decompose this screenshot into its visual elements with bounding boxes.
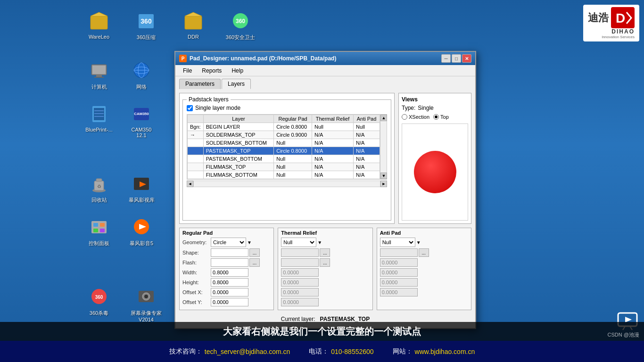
single-layer-mode-row: Single layer mode (187, 105, 387, 111)
desktop-icon-network[interactable]: 网络 (123, 57, 160, 93)
table-row[interactable]: SOLDERMASK_BOTTOM Null N/A N/A (188, 139, 387, 147)
desktop-icon-wareleo[interactable]: WareLeo (80, 7, 118, 43)
anti-geometry-select[interactable]: Null (380, 238, 415, 247)
views-panel: Views Type: Single XSection Top (398, 93, 471, 224)
flash-input[interactable] (211, 258, 248, 267)
desktop-icon-cam350[interactable]: CAM350 CAM35012.1 (123, 100, 160, 140)
table-row[interactable]: FILMMASK_BOTTOM Null N/A N/A (188, 171, 387, 179)
row-thermal: N/A (312, 131, 354, 139)
h-scrollbar[interactable]: ◄ ► (187, 181, 387, 187)
flash-label: Flash: (182, 260, 211, 265)
offset-y-label: Offset Y: (182, 299, 211, 305)
row-prefix: Bgn: (188, 123, 204, 131)
minimize-button[interactable]: ─ (441, 54, 451, 63)
scroll-down[interactable]: ▼ (380, 173, 387, 179)
flash-browse-btn[interactable]: ... (249, 258, 260, 267)
desktop-icon-blueprint[interactable]: BluePrint-... (80, 100, 118, 135)
bottom-bar: 技术咨询： tech_server@bjdihao.com.cn 电话： 010… (0, 341, 644, 362)
table-row[interactable]: Bgn: BEGIN LAYER Circle 0.8000 Null Null (188, 123, 387, 131)
width-label: Width: (182, 270, 211, 275)
blueprint-label: BluePrint-... (85, 127, 112, 132)
row-layer: FILMMASK_BOTTOM (203, 171, 274, 179)
shape-input[interactable] (211, 248, 248, 257)
hscroll-left[interactable]: ◄ (187, 181, 193, 187)
offset-x-label: Offset X: (182, 289, 211, 295)
padstack-legend: Padstack layers (187, 96, 231, 103)
geometry-select[interactable]: Circle Square Rectangle Oblong Null (211, 238, 246, 247)
svg-rect-11 (94, 108, 104, 120)
close-button[interactable]: ✕ (462, 54, 471, 63)
website-url: www.bjdihao.com.cn (415, 348, 475, 355)
row-anti: N/A (353, 131, 380, 139)
hscroll-right[interactable]: ► (380, 181, 387, 187)
svg-rect-23 (96, 179, 102, 181)
scroll-track (380, 121, 387, 173)
anti-browse-btn[interactable]: ... (419, 248, 429, 257)
radio-top[interactable]: Top (433, 114, 449, 120)
thermal-browse-btn[interactable]: ... (320, 248, 330, 257)
phone-number: 010-88552600 (331, 348, 373, 355)
row-layer: FILMMASK_TOP (203, 163, 274, 171)
menu-help[interactable]: Help (228, 66, 247, 75)
desktop-icon-computer[interactable]: 计算机 (80, 57, 118, 93)
row-regular-pad: Null (274, 163, 312, 171)
views-radio-row: XSection Top (402, 114, 468, 120)
desktop-icon-storm5[interactable]: 暴风影音5 (123, 213, 160, 249)
anti-pad-panel: Anti Pad Null ▼ ... (377, 228, 471, 310)
xsection-radio-btn[interactable] (402, 114, 407, 120)
table-scrollbar[interactable]: ▲ ▼ (380, 115, 387, 179)
desktop-icons-bottom: 360 360杀毒 屏幕录像专家V2014 (80, 283, 165, 325)
desktop: WareLeo 360 360压缩 DDR 360 360安全卫士 计算 (0, 0, 644, 362)
contact-website: 网站： www.bjdihao.com.cn (393, 347, 475, 356)
thermal-offsety-row (281, 298, 369, 306)
menu-file[interactable]: File (179, 66, 196, 75)
row-layer: SOLDERMASK_TOP (203, 131, 274, 139)
width-input[interactable] (211, 268, 248, 277)
offset-x-input[interactable] (211, 288, 248, 296)
desktop-icon-recycle[interactable]: ♻ 回收站 (80, 170, 118, 206)
storm5-label: 暴风影音5 (130, 240, 153, 247)
anti-width-input (380, 258, 418, 267)
shape-browse-btn[interactable]: ... (249, 248, 260, 257)
row-layer: PASTEMASK_BOTTOM (203, 155, 274, 163)
tab-parameters[interactable]: Parameters (179, 79, 221, 89)
contact-phone: 电话： 010-88552600 (309, 347, 373, 356)
maximize-button[interactable]: □ (452, 54, 461, 63)
thermal-geometry-select[interactable]: Null (281, 238, 316, 247)
table-row[interactable]: → SOLDERMASK_TOP Circle 0.9000 N/A N/A (188, 131, 387, 139)
desktop-icon-storm-player[interactable]: 暴风影视库 (123, 170, 160, 206)
table-row[interactable]: FILMMASK_TOP Null N/A N/A (188, 163, 387, 171)
content-area: Padstack layers Single layer mode (175, 89, 475, 328)
desktop-icon-control[interactable]: 控制面板 (80, 213, 118, 249)
svg-rect-0 (91, 16, 107, 29)
single-layer-checkbox[interactable] (187, 105, 193, 111)
layers-table: Layer Regular Pad Thermal Relief Anti Pa… (187, 115, 387, 179)
desktop-icon-360safe[interactable]: 360 360安全卫士 (222, 7, 259, 43)
thermal-flash-input (281, 258, 319, 267)
desktop-icon-360zip[interactable]: 360 360压缩 (127, 7, 165, 43)
logo-area: 迪浩 D DIHAO Innovation Services (583, 5, 639, 41)
row-regular-pad: Null (274, 139, 312, 147)
tab-layers[interactable]: Layers (222, 79, 251, 89)
title-bar[interactable]: P Pad_Designer: unnamed.pad (D:/Home/SPB… (175, 52, 475, 65)
desktop-icon-ddr[interactable]: DDR (174, 7, 212, 43)
svg-rect-8 (94, 77, 104, 78)
table-row[interactable]: PASTEMASK_BOTTOM Null N/A N/A (188, 155, 387, 163)
network-label: 网络 (136, 83, 147, 90)
row-layer: PASTEMASK_TOP (203, 147, 274, 155)
col-anti: Anti Pad (353, 115, 380, 123)
desktop-icon-screencap[interactable]: 屏幕录像专家V2014 (127, 283, 165, 325)
desktop-icon-360kill[interactable]: 360 360杀毒 (80, 283, 118, 325)
row-thermal: N/A (312, 155, 354, 163)
height-input[interactable] (211, 278, 248, 287)
offset-y-input[interactable] (211, 298, 248, 306)
svg-text:D: D (616, 11, 625, 25)
row-regular-pad: Null (274, 155, 312, 163)
table-row[interactable]: PASTEMASK_TOP Circle 0.8000 N/A N/A (188, 147, 387, 155)
views-type-label: Type: (402, 105, 415, 111)
radio-xsection[interactable]: XSection (402, 114, 429, 120)
thermal-flash-btn[interactable]: ... (320, 258, 330, 267)
top-radio-btn[interactable] (433, 114, 439, 120)
scroll-up[interactable]: ▲ (380, 115, 387, 121)
menu-reports[interactable]: Reports (198, 66, 225, 75)
